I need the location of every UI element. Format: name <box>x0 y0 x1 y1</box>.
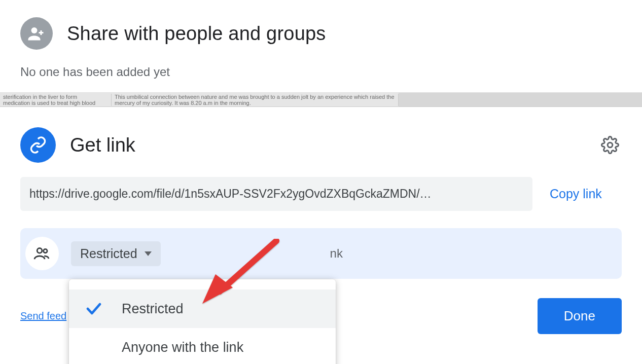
bg-text: This umbilical connection between nature… <box>112 94 399 106</box>
menu-item-label: Anyone with the link <box>122 340 243 355</box>
share-people-panel: Share with people and groups No one has … <box>0 0 642 93</box>
svg-point-0 <box>31 27 38 33</box>
get-link-header: Get link <box>20 127 622 163</box>
obscured-text: nk <box>330 246 343 261</box>
check-icon <box>83 300 104 318</box>
gear-icon <box>601 136 619 154</box>
bg-image-area <box>399 93 642 106</box>
link-access-row: Restricted nk <box>20 228 622 279</box>
bg-text: medication is used to treat high blood <box>3 100 108 106</box>
people-icon <box>25 237 59 270</box>
person-add-icon <box>20 17 53 50</box>
share-url-field[interactable]: https://drive.google.com/file/d/1n5sxAUP… <box>20 177 532 211</box>
send-feedback-link[interactable]: Send feed <box>20 310 66 322</box>
get-link-panel: Get link https://drive.google.com/file/d… <box>0 107 642 334</box>
svg-point-2 <box>37 248 42 253</box>
menu-item-label: Restricted <box>122 301 184 317</box>
access-level-dropdown[interactable]: Restricted <box>71 241 161 266</box>
svg-point-3 <box>44 249 47 252</box>
done-button[interactable]: Done <box>538 298 622 334</box>
caret-down-icon <box>145 251 152 256</box>
link-settings-button[interactable] <box>598 133 622 157</box>
access-level-label: Restricted <box>80 246 137 261</box>
background-document-strip: sterification in the liver to form medic… <box>0 93 642 107</box>
menu-item-restricted[interactable]: Restricted <box>69 289 336 328</box>
link-icon <box>20 127 56 163</box>
svg-point-1 <box>608 142 613 148</box>
link-url-row: https://drive.google.com/file/d/1n5sxAUP… <box>20 177 622 211</box>
bg-text: sterification in the liver to form <box>3 94 108 100</box>
check-icon <box>83 338 104 356</box>
share-header: Share with people and groups <box>20 17 622 50</box>
share-title: Share with people and groups <box>67 23 326 45</box>
copy-link-button[interactable]: Copy link <box>550 187 602 201</box>
get-link-title: Get link <box>70 134 135 156</box>
access-level-menu: Restricted Anyone with the link <box>69 279 336 364</box>
share-subtext: No one has been added yet <box>20 65 622 79</box>
menu-item-anyone[interactable]: Anyone with the link <box>69 328 336 364</box>
